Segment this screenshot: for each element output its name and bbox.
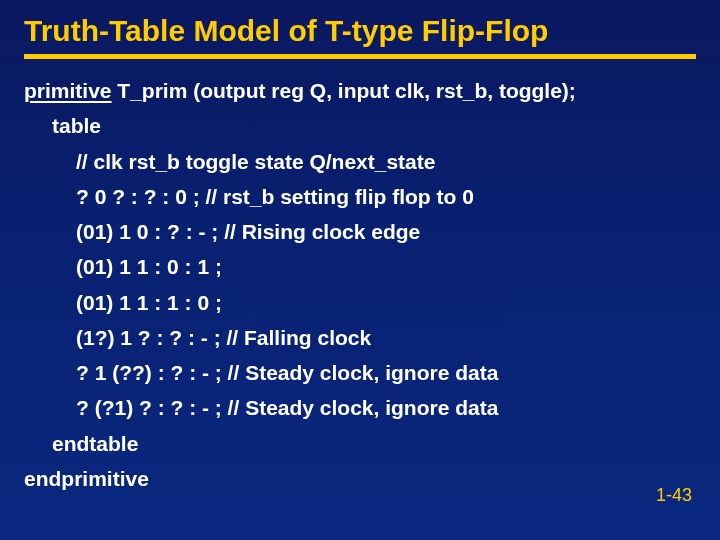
table-row: ? 1 (??) : ? : - ; // Steady clock, igno… (24, 355, 696, 390)
primitive-declaration: primitive T_prim (output reg Q, input cl… (24, 73, 696, 108)
table-row: ? (?1) ? : ? : - ; // Steady clock, igno… (24, 390, 696, 425)
keyword-endprimitive: endprimitive (24, 461, 696, 496)
slide-content: primitive T_prim (output reg Q, input cl… (24, 73, 696, 496)
table-row: (01) 1 1 : 0 : 1 ; (24, 249, 696, 284)
table-header-comment: // clk rst_b toggle state Q/next_state (24, 144, 696, 179)
table-row: (1?) 1 ? : ? : - ; // Falling clock (24, 320, 696, 355)
slide: Truth-Table Model of T-type Flip-Flop pr… (0, 0, 720, 540)
keyword-primitive: primitive (24, 79, 112, 102)
page-number: 1-43 (656, 485, 692, 506)
declaration-rest: T_prim (output reg Q, input clk, rst_b, … (112, 79, 576, 102)
slide-title: Truth-Table Model of T-type Flip-Flop (24, 14, 696, 48)
title-rule (24, 54, 696, 59)
table-row: ? 0 ? : ? : 0 ; // rst_b setting flip fl… (24, 179, 696, 214)
keyword-table: table (24, 108, 696, 143)
table-row: (01) 1 0 : ? : - ; // Rising clock edge (24, 214, 696, 249)
keyword-endtable: endtable (24, 426, 696, 461)
table-row: (01) 1 1 : 1 : 0 ; (24, 285, 696, 320)
